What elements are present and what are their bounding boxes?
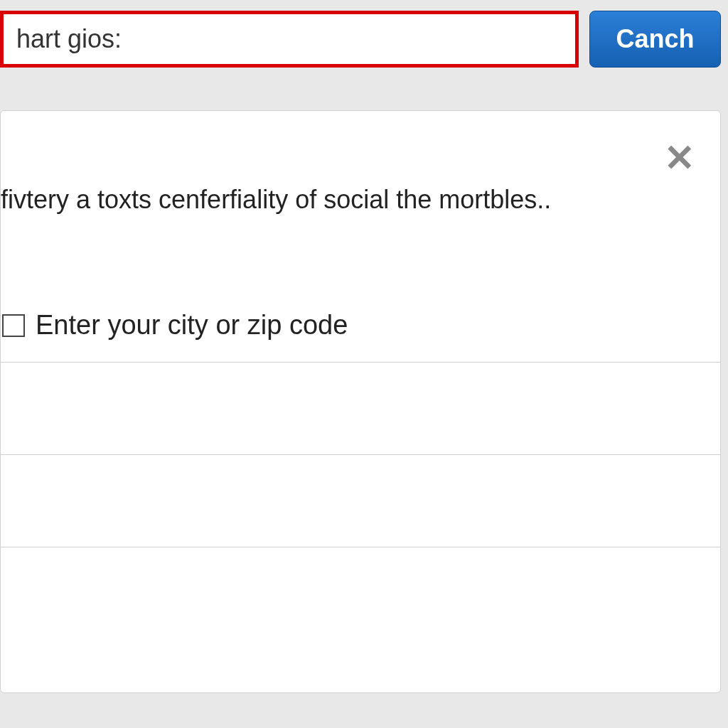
search-input[interactable] bbox=[0, 11, 579, 68]
top-bar: Canch bbox=[0, 0, 728, 82]
list-item[interactable] bbox=[1, 455, 720, 547]
panel-description: fivtery a toxts cenferfiality of social … bbox=[1, 111, 720, 218]
cancel-button[interactable]: Canch bbox=[589, 11, 721, 68]
list-item[interactable] bbox=[1, 547, 720, 640]
list-item[interactable] bbox=[1, 363, 720, 455]
location-label: Enter your city or zip code bbox=[36, 310, 348, 341]
results-panel: ✕ fivtery a toxts cenferfiality of socia… bbox=[0, 110, 721, 693]
location-row[interactable]: Enter your city or zip code bbox=[1, 310, 720, 363]
location-checkbox[interactable] bbox=[2, 314, 25, 337]
close-icon[interactable]: ✕ bbox=[664, 139, 695, 176]
